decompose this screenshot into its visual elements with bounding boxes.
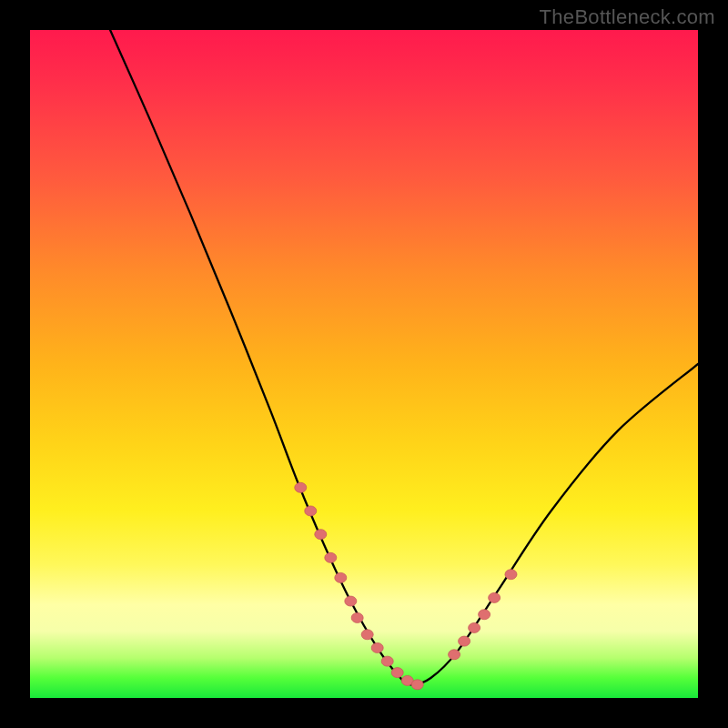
watermark-text: TheBottleneck.com — [540, 5, 715, 29]
curve-marker — [345, 596, 357, 606]
plot-area — [30, 30, 698, 698]
curve-marker — [479, 610, 490, 620]
marker-cluster-left — [295, 482, 423, 690]
curve-marker — [449, 650, 460, 660]
curve-marker — [325, 552, 337, 562]
curve-marker — [391, 668, 403, 678]
curve-marker — [361, 630, 373, 640]
chart-frame: TheBottleneck.com — [0, 0, 728, 728]
curve-marker — [351, 612, 363, 622]
chart-svg — [30, 30, 698, 698]
curve-marker — [505, 570, 517, 580]
curve-marker — [371, 642, 383, 652]
curve-marker — [411, 680, 423, 690]
marker-cluster-right — [449, 570, 517, 660]
curve-marker — [381, 656, 393, 666]
curve-marker — [469, 622, 480, 632]
curve-marker — [459, 636, 470, 646]
curve-marker — [489, 592, 500, 602]
curve-marker — [295, 482, 307, 492]
curve-marker — [335, 572, 347, 582]
curve-marker — [305, 506, 317, 516]
bottleneck-curve — [110, 30, 698, 684]
curve-marker — [315, 530, 327, 540]
